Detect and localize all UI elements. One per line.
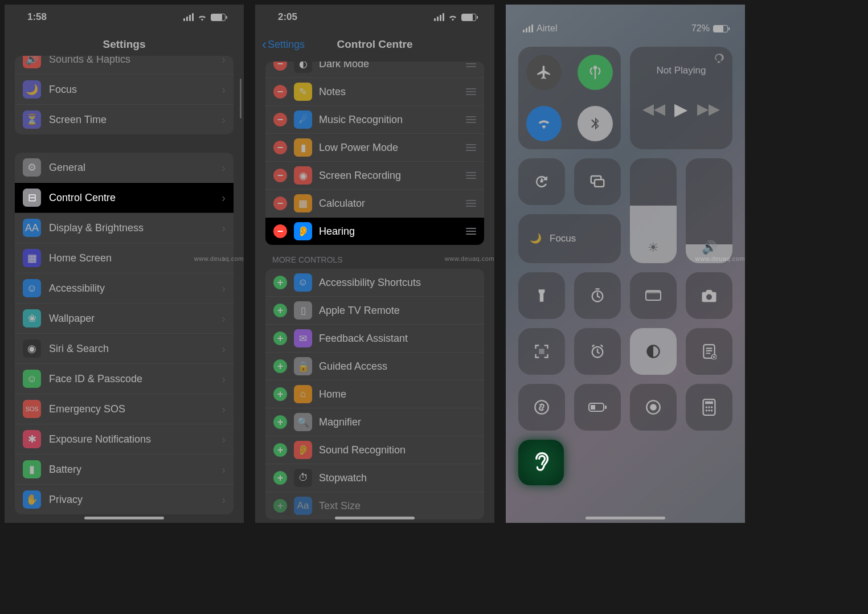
add-button[interactable]: +: [273, 359, 287, 373]
remove-button[interactable]: −: [273, 113, 287, 126]
drag-handle[interactable]: [466, 62, 476, 67]
settings-row-emergency-sos[interactable]: SOSEmergency SOS›: [15, 394, 234, 424]
drag-handle[interactable]: [466, 172, 476, 179]
play-button[interactable]: ▶: [674, 99, 687, 119]
home-indicator[interactable]: [84, 517, 164, 519]
focus-label: Focus: [550, 233, 576, 244]
cc-row-stopwatch: +⏱Stopwatch: [265, 464, 484, 492]
home-indicator[interactable]: [586, 517, 665, 519]
add-button[interactable]: +: [273, 304, 287, 317]
cc-row-label: Calculator: [319, 198, 459, 210]
dark-mode-button[interactable]: [630, 328, 677, 375]
qr-scanner-button[interactable]: [518, 328, 565, 375]
chevron-right-icon: ›: [222, 463, 226, 476]
cc-row-label: Music Recognition: [319, 114, 459, 126]
ear-icon: [530, 449, 552, 476]
home-indicator[interactable]: [335, 517, 415, 519]
chevron-right-icon: ›: [222, 493, 226, 506]
remove-button[interactable]: −: [273, 224, 287, 238]
add-button[interactable]: +: [273, 415, 287, 429]
alarm-button[interactable]: [574, 328, 621, 375]
notes-button[interactable]: [686, 328, 732, 375]
add-button[interactable]: +: [273, 387, 287, 401]
cc-row-sound-recognition: +👂Sound Recognition: [265, 436, 484, 464]
chevron-right-icon: ›: [222, 191, 226, 204]
row-icon: ◉: [23, 339, 41, 358]
cellular-icon: [183, 13, 194, 21]
remove-button[interactable]: −: [273, 141, 287, 154]
back-button[interactable]: ‹ Settings: [262, 38, 305, 51]
alarm-icon: [589, 343, 605, 359]
next-track-button[interactable]: ▶▶: [697, 100, 720, 118]
drag-handle[interactable]: [466, 228, 476, 235]
svg-rect-1: [595, 179, 604, 187]
settings-row-accessibility[interactable]: ☺Accessibility›: [15, 273, 234, 304]
timer-button[interactable]: [574, 272, 621, 319]
settings-row-display-brightness[interactable]: AADisplay & Brightness›: [15, 213, 234, 243]
cc-row-icon: ⏱: [294, 469, 312, 487]
cc-row-label: Hearing: [319, 226, 459, 238]
settings-row-wallpaper[interactable]: ❀Wallpaper›: [15, 304, 234, 334]
remove-button[interactable]: −: [273, 62, 287, 71]
add-button[interactable]: +: [273, 499, 287, 513]
remove-button[interactable]: −: [273, 85, 287, 99]
drag-handle[interactable]: [466, 144, 476, 151]
settings-row-face-id-passcode[interactable]: ☺Face ID & Passcode›: [15, 364, 234, 394]
screen-mirroring-button[interactable]: [574, 158, 621, 205]
settings-row-battery[interactable]: ▮Battery›: [15, 455, 234, 485]
row-label: Privacy: [49, 494, 214, 506]
airplane-toggle[interactable]: [526, 55, 562, 90]
settings-row-screen-time[interactable]: ⏳Screen Time›: [15, 105, 234, 134]
flashlight-button[interactable]: [518, 272, 565, 319]
add-button[interactable]: +: [273, 443, 287, 457]
more-controls: +☺Accessibility Shortcuts+▯Apple TV Remo…: [265, 269, 484, 519]
svg-rect-13: [591, 405, 595, 410]
focus-button[interactable]: 🌙 Focus: [518, 214, 621, 263]
wifi-toggle[interactable]: [526, 106, 562, 141]
screen-mirroring-icon: [589, 173, 606, 190]
volume-slider[interactable]: 🔊: [686, 158, 732, 263]
media-playback[interactable]: Not Playing ◀◀ ▶ ▶▶: [630, 47, 732, 149]
cellular-icon: [434, 13, 444, 21]
cc-row-magnifier: +🔍Magnifier: [265, 408, 484, 436]
svg-point-18: [706, 406, 707, 408]
hearing-button[interactable]: [518, 440, 564, 485]
bluetooth-toggle[interactable]: [578, 106, 613, 141]
settings-row-focus[interactable]: 🌙Focus›: [15, 75, 234, 105]
settings-row-control-centre[interactable]: ⊟Control Centre›: [15, 183, 234, 213]
shazam-button[interactable]: [518, 384, 565, 431]
row-icon: ✱: [23, 430, 41, 448]
calculator-button[interactable]: [686, 384, 732, 431]
drag-handle[interactable]: [466, 88, 476, 95]
brightness-slider[interactable]: ☀: [630, 158, 677, 263]
cc-row-calculator: −▦Calculator: [265, 190, 484, 218]
low-power-button[interactable]: [574, 384, 621, 431]
screen-record-button[interactable]: [630, 384, 677, 431]
wallet-button[interactable]: [630, 272, 677, 319]
calculator-icon: [702, 399, 716, 416]
cellular-toggle[interactable]: [578, 55, 613, 90]
settings-row-privacy[interactable]: ✋Privacy›: [15, 485, 234, 514]
camera-button[interactable]: [686, 272, 732, 319]
airplay-icon[interactable]: [713, 52, 724, 64]
drag-handle[interactable]: [466, 200, 476, 207]
prev-track-button[interactable]: ◀◀: [642, 100, 665, 118]
settings-row-general[interactable]: ⚙︎General›: [15, 153, 234, 183]
wifi-icon: [536, 116, 552, 132]
cc-row-icon: ▮: [294, 138, 312, 157]
cc-row-label: Magnifier: [319, 416, 476, 428]
add-button[interactable]: +: [273, 471, 287, 485]
cc-row-icon: ⌂: [294, 385, 312, 403]
battery-icon: [211, 14, 226, 21]
drag-handle[interactable]: [466, 116, 476, 123]
add-button[interactable]: +: [273, 276, 287, 289]
remove-button[interactable]: −: [273, 197, 287, 210]
cc-row-label: Dark Mode: [319, 62, 459, 70]
scrollbar[interactable]: [240, 79, 241, 118]
settings-row-exposure-notifications[interactable]: ✱Exposure Notifications›: [15, 424, 234, 455]
add-button[interactable]: +: [273, 331, 287, 345]
settings-row-siri-search[interactable]: ◉Siri & Search›: [15, 334, 234, 364]
remove-button[interactable]: −: [273, 169, 287, 182]
chevron-right-icon: ›: [222, 222, 226, 235]
orientation-lock-button[interactable]: [518, 158, 565, 205]
